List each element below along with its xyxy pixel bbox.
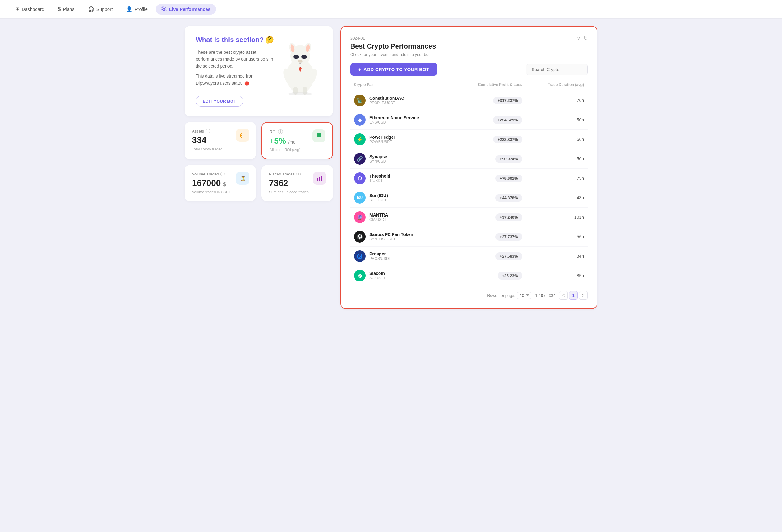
- duration-cell: 75h: [526, 169, 588, 188]
- crypto-pair-cell: 🗽 ConstitutionDAO PEOPLE/USDT: [350, 91, 453, 110]
- table-row[interactable]: ◆ Ethereum Name Service ENS/USDT +254.52…: [350, 110, 588, 130]
- add-crypto-button[interactable]: + ADD CRYPTO TO YOUR BOT: [350, 63, 437, 76]
- panel-date-row: 2024-01 ∨ ↻: [350, 35, 588, 41]
- roi-icon: [313, 129, 325, 143]
- placed-trades-icon: [313, 172, 326, 185]
- pnl-cell: +254.529%: [453, 110, 526, 130]
- nav-item-dashboard[interactable]: ⊞ Dashboard: [10, 4, 50, 14]
- placed-trades-sub: Sum of all placed trades: [269, 190, 325, 194]
- search-crypto-input[interactable]: [526, 64, 588, 75]
- crypto-table: Crypto Pair Cumulative Profit & Loss Tra…: [350, 82, 588, 286]
- pnl-badge: +317.237%: [493, 97, 522, 105]
- crypto-symbol: SC/USDT: [369, 276, 386, 280]
- pnl-badge: +37.246%: [495, 214, 522, 221]
- table-row[interactable]: 🔗 Synapse SYN/USDT +90.974% 50h: [350, 149, 588, 169]
- pnl-cell: +25.23%: [453, 266, 526, 286]
- table-header: Crypto Pair Cumulative Profit & Loss Tra…: [350, 82, 588, 91]
- add-crypto-label: ADD CRYPTO TO YOUR BOT: [363, 67, 429, 72]
- prev-page-button[interactable]: <: [559, 291, 568, 300]
- crypto-symbol: SUI/USDT: [369, 198, 388, 202]
- info-title: What is this section? 🤔: [196, 36, 279, 44]
- crypto-pair-cell: ◆ Ethereum Name Service ENS/USDT: [350, 110, 453, 130]
- svg-text:⏳: ⏳: [240, 176, 246, 181]
- crypto-symbol: SYN/USDT: [369, 159, 388, 163]
- page-range: 1-10 of 334: [535, 293, 556, 298]
- table-body: 🗽 ConstitutionDAO PEOPLE/USDT +317.237% …: [350, 91, 588, 286]
- table-row[interactable]: 🔮 MANTRA OM/USDT +37.246% 101h: [350, 207, 588, 227]
- table-row[interactable]: ⬡ Threshold T/USDT +75.601% 75h: [350, 169, 588, 188]
- rows-per-page-label: Rows per page:: [487, 293, 515, 298]
- assets-sub: Total crypto traded: [192, 147, 249, 151]
- info-card: What is this section? 🤔 These are the be…: [184, 26, 333, 116]
- duration-cell: 43h: [526, 188, 588, 207]
- live-indicator: 🔴: [245, 81, 249, 85]
- pnl-cell: +90.974%: [453, 149, 526, 169]
- placed-trades-info-icon[interactable]: i: [296, 172, 301, 177]
- action-row: + ADD CRYPTO TO YOUR BOT: [350, 63, 588, 76]
- svg-point-20: [288, 92, 312, 94]
- roi-info-icon[interactable]: i: [278, 129, 283, 134]
- header-crypto-pair: Crypto Pair: [350, 82, 453, 91]
- stat-card-roi: ROI i +5% /mo All coins ROI (avg): [261, 122, 333, 159]
- assets-info-icon[interactable]: i: [206, 129, 210, 134]
- profile-icon: 👤: [126, 6, 132, 12]
- nav-item-profile[interactable]: 👤 Profile: [120, 4, 153, 14]
- pnl-cell: +222.837%: [453, 130, 526, 149]
- crypto-symbol: OM/USDT: [369, 218, 388, 222]
- refresh-icon[interactable]: ↻: [583, 35, 588, 41]
- crypto-avatar: ⚡: [354, 134, 366, 145]
- edit-bot-button[interactable]: EDIT YOUR BOT: [196, 96, 243, 107]
- table-row[interactable]: ◎ Siacoin SC/USDT +25.23% 85h: [350, 266, 588, 286]
- crypto-name: Synapse: [369, 154, 388, 159]
- svg-rect-9: [293, 55, 299, 59]
- crypto-avatar: 🔮: [354, 211, 366, 223]
- crypto-name: Siacoin: [369, 271, 386, 276]
- crypto-avatar: IOU: [354, 192, 366, 203]
- table-row[interactable]: 🗽 ConstitutionDAO PEOPLE/USDT +317.237% …: [350, 91, 588, 110]
- crypto-avatar: 🌀: [354, 250, 366, 262]
- main-content: What is this section? 🤔 These are the be…: [175, 18, 607, 316]
- crypto-avatar: 🔗: [354, 153, 366, 165]
- next-page-button[interactable]: >: [579, 291, 588, 300]
- volume-sub: Volume traded in USDT: [192, 190, 249, 194]
- svg-point-14: [298, 60, 303, 63]
- crypto-symbol: SANTOS/USDT: [369, 237, 413, 241]
- crypto-name: MANTRA: [369, 213, 388, 218]
- crypto-pair-cell: 🔮 MANTRA OM/USDT: [350, 207, 453, 227]
- nav-item-live-performances[interactable]: Live Performances: [156, 4, 216, 14]
- pnl-badge: +27.683%: [495, 253, 522, 260]
- crypto-name: Sui (IOU): [369, 193, 388, 198]
- table-row[interactable]: ⚡ Powerledger POWR/USDT +222.837% 66h: [350, 130, 588, 149]
- header-pnl: Cumulative Profit & Loss: [453, 82, 526, 91]
- panel-title: Best Crypto Performances: [350, 42, 588, 50]
- pnl-cell: +27.683%: [453, 246, 526, 266]
- table-row[interactable]: IOU Sui (IOU) SUI/USDT +44.378% 43h: [350, 188, 588, 207]
- left-panel: What is this section? 🤔 These are the be…: [184, 26, 333, 309]
- crypto-symbol: PEOPLE/USDT: [369, 101, 404, 105]
- table-row[interactable]: 🌀 Prosper PROS/USDT +27.683% 34h: [350, 246, 588, 266]
- duration-cell: 85h: [526, 266, 588, 286]
- rows-per-page-select[interactable]: 10 25 50: [517, 292, 531, 299]
- table-row[interactable]: ⚽ Santos FC Fan Token SANTOS/USDT +27.73…: [350, 227, 588, 246]
- mascot-image: [279, 33, 322, 88]
- crypto-avatar: ◆: [354, 114, 366, 126]
- nav-item-plans[interactable]: $ Plans: [52, 5, 80, 14]
- chevron-down-icon[interactable]: ∨: [577, 35, 580, 41]
- info-card-text: What is this section? 🤔 These are the be…: [196, 36, 279, 107]
- rows-per-page: Rows per page: 10 25 50: [487, 292, 531, 299]
- duration-cell: 34h: [526, 246, 588, 266]
- page-navigation: < 1 >: [559, 291, 588, 300]
- page-1-button[interactable]: 1: [569, 291, 578, 300]
- duration-cell: 50h: [526, 149, 588, 169]
- svg-rect-29: [319, 177, 320, 181]
- info-para2: This data is live streamed from DipSwaye…: [196, 73, 279, 86]
- pnl-cell: +75.601%: [453, 169, 526, 188]
- support-icon: 🎧: [88, 6, 94, 12]
- right-panel: 2024-01 ∨ ↻ Best Crypto Performances Che…: [340, 26, 598, 309]
- pnl-badge: +90.974%: [495, 155, 522, 163]
- svg-rect-10: [301, 55, 307, 59]
- nav-item-support[interactable]: 🎧 Support: [82, 4, 118, 14]
- volume-info-icon[interactable]: i: [220, 172, 225, 177]
- plans-icon: $: [58, 6, 61, 12]
- info-para1: These are the best crypto asset performa…: [196, 49, 279, 70]
